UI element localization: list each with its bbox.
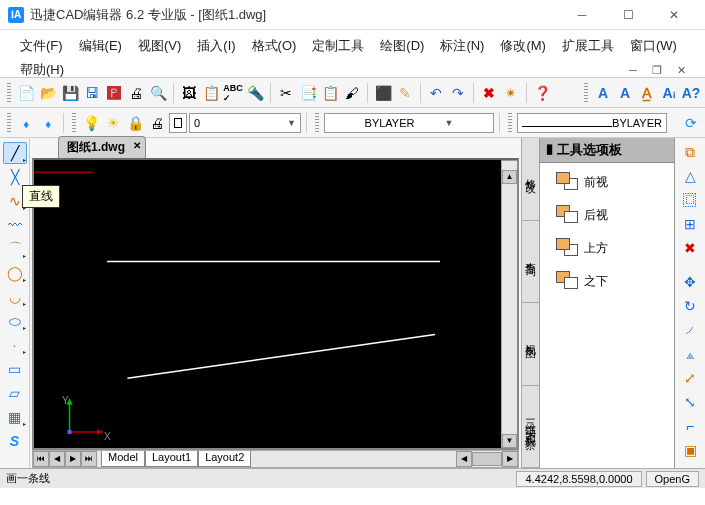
point-tool[interactable]: ∙▸ xyxy=(3,334,27,356)
menu-window[interactable]: 窗口(W) xyxy=(622,34,685,58)
save-icon[interactable]: 💾 xyxy=(60,83,80,103)
spline-tool[interactable]: 〰 xyxy=(3,214,27,236)
doc-tab-active[interactable]: 图纸1.dwg ✕ xyxy=(58,136,146,158)
oops-icon[interactable]: ✎ xyxy=(395,83,415,103)
text-a2-icon[interactable]: A xyxy=(615,83,635,103)
mdi-minimize-button[interactable]: ─ xyxy=(621,61,645,79)
toolbar-grip[interactable] xyxy=(508,113,512,133)
menu-insert[interactable]: 插入(I) xyxy=(189,34,243,58)
block-icon[interactable]: ▣ xyxy=(680,440,700,460)
layout-tab-1[interactable]: Layout1 xyxy=(145,451,198,467)
layer-sun-icon[interactable]: ☀ xyxy=(103,113,123,133)
new-icon[interactable]: 📄 xyxy=(16,83,36,103)
menu-help[interactable]: 帮助(H) xyxy=(12,58,72,82)
palette-item-top[interactable]: 上方 xyxy=(546,235,668,268)
rectangle-tool[interactable]: ▭ xyxy=(3,358,27,380)
mdi-close-button[interactable]: ✕ xyxy=(669,61,693,79)
rotate-icon[interactable]: ↻ xyxy=(680,296,700,316)
open-icon[interactable]: 📂 xyxy=(38,83,58,103)
menu-extend-tools[interactable]: 扩展工具 xyxy=(554,34,622,58)
text-edit-icon[interactable]: Aᵢ xyxy=(659,83,679,103)
menu-modify[interactable]: 修改(M) xyxy=(492,34,554,58)
audit-icon[interactable]: 🔦 xyxy=(245,83,265,103)
copy-icon[interactable]: 📑 xyxy=(298,83,318,103)
scroll-first-icon[interactable]: ⏮ xyxy=(33,451,49,467)
layer-states-icon[interactable]: ⬧ xyxy=(38,113,58,133)
close-button[interactable]: ✕ xyxy=(651,1,697,29)
redo-icon[interactable]: ↷ xyxy=(448,83,468,103)
fillet-icon[interactable]: ⌐ xyxy=(680,416,700,436)
palette-item-bottom[interactable]: 之下 xyxy=(546,268,668,301)
maximize-button[interactable]: ☐ xyxy=(605,1,651,29)
layer-print-icon[interactable]: 🖨 xyxy=(147,113,167,133)
text-style-icon[interactable]: A̲ xyxy=(637,83,657,103)
lineweight-combo[interactable]: BYLAYER xyxy=(517,113,667,133)
delete-x-icon[interactable]: ✖ xyxy=(479,83,499,103)
undo-icon[interactable]: ↶ xyxy=(426,83,446,103)
mdi-restore-button[interactable]: ❐ xyxy=(645,61,669,79)
palette-header[interactable]: ▮工具选项板 xyxy=(540,138,674,163)
copy-obj-icon[interactable]: ⧉ xyxy=(680,142,700,162)
layout-tab-model[interactable]: Model xyxy=(101,451,145,467)
menu-draw[interactable]: 绘图(D) xyxy=(372,34,432,58)
text-a-icon[interactable]: A xyxy=(593,83,613,103)
menu-format[interactable]: 格式(O) xyxy=(244,34,305,58)
polygon-tool[interactable]: ▱ xyxy=(3,382,27,404)
trim-icon[interactable]: ⟋ xyxy=(680,320,700,340)
layer-bulb-icon[interactable]: 💡 xyxy=(81,113,101,133)
vtab-view[interactable]: 视图▸ xyxy=(522,303,539,386)
hscroll-left-icon[interactable]: ◀ xyxy=(456,451,472,467)
layer-combo[interactable]: 0▼ xyxy=(189,113,301,133)
text-find-icon[interactable]: A? xyxy=(681,83,701,103)
hatch-tool[interactable]: ▦▸ xyxy=(3,406,27,428)
explode-icon[interactable]: ✴ xyxy=(501,83,521,103)
offset-icon[interactable]: ⿴ xyxy=(680,190,700,210)
find-icon[interactable]: 🖼 xyxy=(179,83,199,103)
toolbar-grip[interactable] xyxy=(315,113,319,133)
arc2-tool[interactable]: ◡▸ xyxy=(3,286,27,308)
help-icon[interactable]: ❓ xyxy=(532,83,552,103)
vertical-scrollbar[interactable]: ▲ ▼ xyxy=(501,160,517,448)
palette-item-back[interactable]: 后视 xyxy=(546,202,668,235)
stretch-icon[interactable]: ⤡ xyxy=(680,392,700,412)
cut-icon[interactable]: ✂ xyxy=(276,83,296,103)
menu-edit[interactable]: 编辑(E) xyxy=(71,34,130,58)
saveall-icon[interactable]: 🖫 xyxy=(82,83,102,103)
erase-icon[interactable]: ⬛ xyxy=(373,83,393,103)
hscroll-right-icon[interactable]: ▶ xyxy=(502,451,518,467)
move-icon[interactable]: ✥ xyxy=(680,272,700,292)
vtab-modify[interactable]: 修改▸ xyxy=(522,138,539,221)
array-icon[interactable]: ⊞ xyxy=(680,214,700,234)
menu-custom-tools[interactable]: 定制工具 xyxy=(304,34,372,58)
mirror-icon[interactable]: △ xyxy=(680,166,700,186)
layer-lock-icon[interactable]: 🔒 xyxy=(125,113,145,133)
scroll-left-icon[interactable]: ◀ xyxy=(49,451,65,467)
circle-tool[interactable]: ◯▸ xyxy=(3,262,27,284)
paste-icon[interactable]: 📋 xyxy=(320,83,340,103)
layout-tab-2[interactable]: Layout2 xyxy=(198,451,251,467)
color-combo[interactable] xyxy=(169,113,187,133)
menu-dimension[interactable]: 标注(N) xyxy=(432,34,492,58)
match-prop-icon[interactable]: 🖌 xyxy=(342,83,362,103)
vtab-query[interactable]: 查询▸ xyxy=(522,221,539,304)
toolbar-grip[interactable] xyxy=(7,83,11,103)
print-icon[interactable]: 🖨 xyxy=(126,83,146,103)
ellipse-tool[interactable]: ⬭▸ xyxy=(3,310,27,332)
arc-tool[interactable]: ⌒▸ xyxy=(3,238,27,260)
region-tool[interactable]: S xyxy=(3,430,27,452)
toolbar-grip[interactable] xyxy=(7,113,11,133)
line-tool[interactable]: ╱▸ xyxy=(3,142,27,164)
minimize-button[interactable]: ─ xyxy=(559,1,605,29)
mirror2-icon[interactable]: ⟁ xyxy=(680,344,700,364)
pdf-icon[interactable]: 🅿 xyxy=(104,83,124,103)
scale-icon[interactable]: ⤢ xyxy=(680,368,700,388)
toolbar-grip[interactable] xyxy=(72,113,76,133)
scroll-right-icon[interactable]: ▶ xyxy=(65,451,81,467)
scroll-last-icon[interactable]: ⏭ xyxy=(81,451,97,467)
palette-item-front[interactable]: 前视 xyxy=(546,169,668,202)
spellcheck-icon[interactable]: ABC✓ xyxy=(223,83,243,103)
vtab-3dorbit[interactable]: 三维动态观察▸ xyxy=(522,386,539,469)
canvas[interactable]: X Y xyxy=(34,160,501,448)
delete-icon[interactable]: ✖ xyxy=(680,238,700,258)
refresh-icon[interactable]: ⟳ xyxy=(681,113,701,133)
